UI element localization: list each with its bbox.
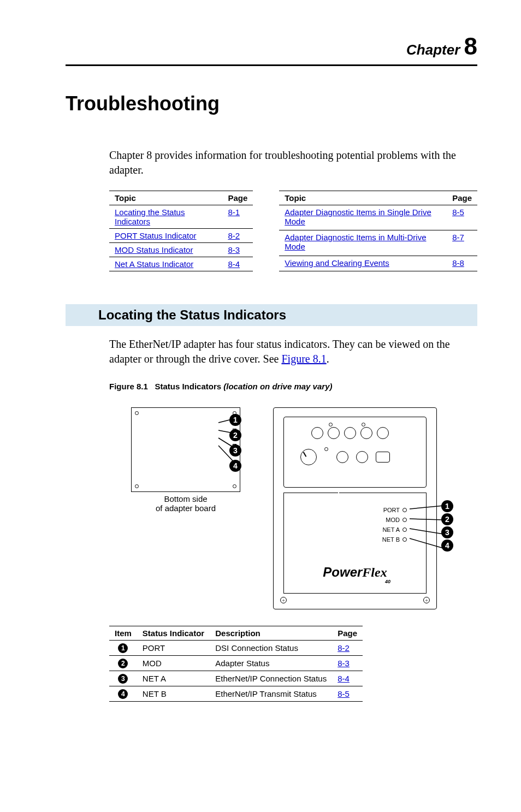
divider-line: [283, 493, 338, 493]
callout-numbers: 1 2 3 4: [229, 414, 241, 475]
toc-page-link[interactable]: 8-2: [228, 231, 240, 240]
callout-1-icon: 1: [229, 414, 241, 426]
toc-header-topic: Topic: [109, 191, 222, 205]
toc-page-link[interactable]: 8-5: [452, 208, 464, 217]
button-icon: [328, 427, 340, 439]
toc-link[interactable]: Viewing and Clearing Events: [285, 258, 389, 268]
figure: 1 2 3 4 Bottom side of adapter board: [109, 407, 477, 609]
section-text: The EtherNet/IP adapter has four status …: [109, 337, 477, 366]
dial-icon: [300, 449, 317, 465]
panel-edge: [283, 593, 427, 594]
section-text-a: The EtherNet/IP adapter has four status …: [109, 338, 450, 365]
brand-flex: Flex: [362, 565, 387, 579]
item-page-link[interactable]: 8-2: [338, 643, 350, 653]
item-header-item: Item: [109, 626, 137, 641]
toc-link[interactable]: Adapter Diagnostic Items in Single Drive…: [285, 208, 431, 226]
chapter-number: 8: [464, 33, 477, 60]
toc-row: Net A Status Indicator 8-4: [109, 257, 253, 271]
item-description: Adapter Status: [210, 656, 332, 671]
toc-link[interactable]: MOD Status Indicator: [115, 245, 193, 254]
drive-diagram: PORT MOD NET A NET B PowerFlex 40 + +: [273, 407, 437, 609]
callout-1-icon: 1: [441, 500, 453, 512]
board-label-1: Bottom side: [164, 494, 207, 503]
item-table: Item Status Indicator Description Page 1…: [109, 626, 363, 702]
toc-right: Topic Page Adapter Diagnostic Items in S…: [279, 191, 477, 271]
chapter-divider: [66, 64, 477, 66]
button-icon: [344, 427, 356, 439]
item-description: EtherNet/IP Connection Status: [210, 671, 332, 686]
panel-row-2: [300, 449, 390, 465]
callout-3-icon: 3: [441, 526, 453, 538]
button-icon: [356, 451, 368, 463]
led-neta-label: NET A: [382, 525, 400, 535]
board-label-2: of adapter board: [156, 503, 216, 513]
toc-left: Topic Page Locating the Status Indicator…: [109, 191, 253, 271]
indicator-icon: [362, 423, 365, 426]
toc-header-topic: Topic: [279, 191, 447, 205]
figure-ref-link[interactable]: Figure 8.1: [281, 353, 326, 365]
callout-2-icon: 2: [441, 513, 453, 525]
item-page-link[interactable]: 8-4: [338, 674, 350, 683]
mounting-hole-icon: [135, 411, 139, 415]
item-page-link[interactable]: 8-5: [338, 689, 350, 698]
toc-link[interactable]: Locating the Status Indicators: [115, 208, 185, 226]
toc-page-link[interactable]: 8-1: [228, 208, 240, 217]
item-row: 3 NET A EtherNet/IP Connection Status 8-…: [109, 671, 363, 686]
toc-page-link[interactable]: 8-7: [452, 233, 464, 242]
toc-page-link[interactable]: 8-4: [228, 259, 240, 269]
toc-page-link[interactable]: 8-8: [452, 258, 464, 268]
item-header-indicator: Status Indicator: [137, 626, 210, 641]
intro-text: Chapter 8 provides information for troub…: [109, 148, 477, 177]
drive-panel: [283, 417, 427, 488]
button-icon: [377, 427, 389, 439]
toc-row: Adapter Diagnostic Items in Single Drive…: [279, 205, 477, 230]
button-icon: [311, 427, 323, 439]
toc-row: Locating the Status Indicators 8-1: [109, 205, 253, 229]
item-page-link[interactable]: 8-3: [338, 659, 350, 668]
panel-row-1: [311, 427, 389, 439]
led-icon: [402, 527, 407, 532]
brand-label: PowerFlex 40: [274, 565, 436, 584]
toc-link[interactable]: Net A Status Indicator: [115, 259, 193, 269]
item-number-icon: 3: [118, 674, 128, 684]
toc-link[interactable]: PORT Status Indicator: [115, 231, 197, 240]
toc-page-link[interactable]: 8-3: [228, 245, 240, 254]
drive-led-labels: PORT MOD NET A NET B: [382, 505, 407, 544]
item-indicator: NET A: [137, 671, 210, 686]
adapter-board-diagram: [131, 407, 240, 492]
item-header-page: Page: [332, 626, 363, 641]
indicator-icon: [324, 447, 328, 451]
callout-2-icon: 2: [229, 429, 241, 441]
item-row: 4 NET B EtherNet/IP Transmit Status 8-5: [109, 686, 363, 702]
toc-link[interactable]: Adapter Diagnostic Items in Multi-Drive …: [285, 233, 426, 251]
button-icon: [336, 451, 348, 463]
item-number-icon: 4: [118, 689, 128, 699]
led-port-label: PORT: [383, 505, 400, 515]
callout-4-icon: 4: [229, 460, 241, 472]
toc-row: Viewing and Clearing Events 8-8: [279, 256, 477, 271]
item-indicator: MOD: [137, 656, 210, 671]
brand-power: Power: [323, 565, 362, 579]
section-text-b: .: [327, 353, 329, 365]
divider-line: [339, 493, 427, 493]
toc-container: Topic Page Locating the Status Indicator…: [109, 191, 477, 271]
toc-header-page: Page: [447, 191, 477, 205]
figure-caption: Figure 8.1 Status Indicators (location o…: [109, 382, 477, 391]
fig-caption-title: Status Indicators: [155, 382, 221, 391]
brand-model: 40: [274, 579, 436, 584]
item-number-icon: 2: [118, 659, 128, 668]
item-indicator: NET B: [137, 686, 210, 702]
screw-icon: +: [280, 597, 287, 603]
callout-3-icon: 3: [229, 444, 241, 457]
led-netb-label: NET B: [382, 535, 400, 544]
led-icon: [402, 508, 407, 512]
screw-icon: +: [423, 597, 430, 603]
page-title: Troubleshooting: [66, 92, 477, 115]
fig-caption-prefix: Figure 8.1: [109, 382, 148, 391]
item-row: 2 MOD Adapter Status 8-3: [109, 656, 363, 671]
button-icon: [360, 427, 372, 439]
led-icon: [402, 537, 407, 542]
indicator-icon: [329, 423, 333, 426]
toc-row: Adapter Diagnostic Items in Multi-Drive …: [279, 230, 477, 256]
chapter-label: Chapter 8: [66, 33, 477, 60]
